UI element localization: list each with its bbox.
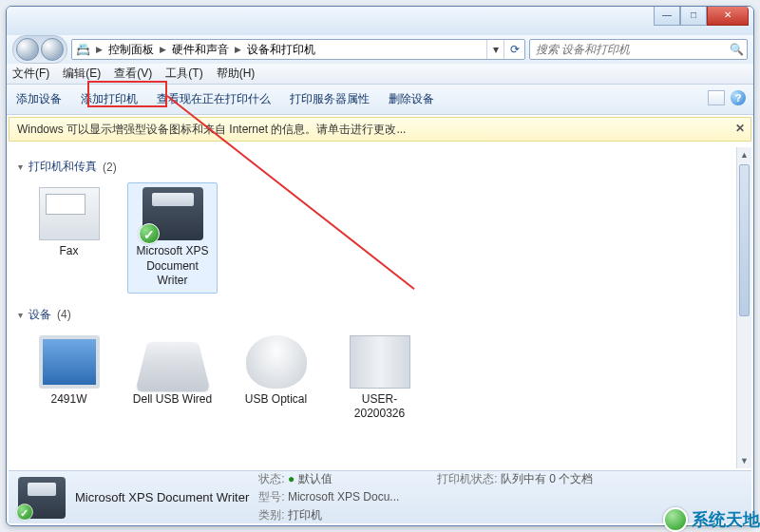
device-label: USB Optical [234, 392, 318, 408]
titlebar: — □ ✕ [7, 7, 753, 35]
scrollbar[interactable]: ▲ ▼ [736, 147, 751, 468]
maximize-button[interactable]: □ [680, 7, 707, 26]
keyboard-icon [135, 342, 211, 392]
group-printers-header[interactable]: ▾ 打印机和传真 (2) [18, 159, 742, 175]
view-mode-button[interactable] [708, 90, 725, 105]
group-count: (4) [57, 308, 71, 321]
toolbar-remove-device[interactable]: 删除设备 [389, 91, 434, 107]
notification-bar[interactable]: Windows 可以显示增强型设备图标和来自 Internet 的信息。请单击进… [9, 117, 751, 142]
details-col-2: 打印机状态: 队列中有 0 个文档 [437, 471, 593, 523]
printer-status-label: 打印机状态: [437, 472, 497, 485]
back-button[interactable] [16, 38, 39, 61]
forward-button[interactable] [41, 38, 64, 61]
device-label: Dell USB Wired [130, 392, 215, 408]
printer-status-value: 队列中有 0 个文档 [501, 472, 593, 485]
toolbar-view-queue[interactable]: 查看现在正在打印什么 [157, 91, 271, 107]
nav-row: 📇 ▶ 控制面板 ▶ 硬件和声音 ▶ 设备和打印机 ▾ ⟳ 🔍 [7, 35, 753, 64]
search-input[interactable] [530, 43, 726, 56]
notification-text: Windows 可以显示增强型设备图标和来自 Internet 的信息。请单击进… [17, 122, 406, 138]
default-check-icon: ✓ [16, 504, 33, 521]
breadcrumb-item[interactable]: 控制面板 [104, 40, 158, 59]
chevron-right-icon: ▶ [233, 45, 243, 54]
category-label: 类别: [258, 508, 284, 522]
watermark-text: 系统天地 [692, 508, 760, 531]
device-computer[interactable]: USER-20200326 [334, 331, 425, 427]
group-devices-header[interactable]: ▾ 设备 (4) [18, 307, 742, 323]
breadcrumb-icon[interactable]: 📇 [72, 40, 94, 59]
watermark: 系统天地 [663, 507, 760, 532]
notification-close-icon[interactable]: ✕ [735, 122, 745, 135]
fax-icon [39, 187, 100, 240]
search-icon[interactable]: 🔍 [726, 43, 747, 56]
computer-icon [350, 335, 410, 389]
details-col-1: 状态: ● 默认值 型号: Microsoft XPS Docu... 类别: … [258, 471, 399, 523]
details-printer-icon: ✓ [18, 477, 66, 519]
close-button[interactable]: ✕ [707, 7, 749, 26]
menu-file[interactable]: 文件(F) [12, 66, 49, 82]
breadcrumb-item[interactable]: 硬件和声音 [168, 40, 233, 59]
group-title: 打印机和传真 [28, 159, 97, 175]
device-monitor[interactable]: 2491W [24, 331, 114, 427]
details-name-col: Microsoft XPS Document Writer [75, 490, 249, 504]
chevron-right-icon: ▶ [158, 45, 168, 54]
printer-icon: ✓ [142, 187, 203, 240]
device-xps-writer[interactable]: ✓ Microsoft XPS Document Writer [127, 182, 218, 294]
collapse-icon: ▾ [18, 162, 23, 172]
toolbar-add-printer[interactable]: 添加打印机 [81, 91, 138, 107]
group-count: (2) [103, 161, 117, 174]
search-box[interactable]: 🔍 [529, 39, 748, 60]
device-label: Fax [27, 244, 111, 259]
mouse-icon [246, 335, 307, 389]
toolbar-right: ? [708, 90, 746, 105]
category-value: 打印机 [288, 508, 322, 522]
device-label: 2491W [27, 392, 111, 408]
details-pane: ✓ Microsoft XPS Document Writer 状态: ● 默认… [9, 470, 751, 523]
scroll-thumb[interactable] [739, 164, 750, 316]
window-controls: — □ ✕ [654, 7, 749, 26]
menu-view[interactable]: 查看(V) [114, 66, 152, 82]
content-area: ▾ 打印机和传真 (2) Fax ✓ Microsoft XPS Documen… [9, 147, 751, 468]
default-check-icon: ✓ [139, 223, 160, 244]
help-icon[interactable]: ? [731, 90, 746, 105]
address-bar[interactable]: 📇 ▶ 控制面板 ▶ 硬件和声音 ▶ 设备和打印机 ▾ ⟳ [71, 39, 525, 60]
scroll-up-icon[interactable]: ▲ [737, 147, 751, 162]
details-name: Microsoft XPS Document Writer [75, 490, 249, 504]
toolbar-add-device[interactable]: 添加设备 [16, 91, 62, 107]
refresh-button[interactable]: ⟳ [504, 40, 524, 59]
device-mouse[interactable]: USB Optical [231, 331, 321, 427]
printers-grid: Fax ✓ Microsoft XPS Document Writer [18, 179, 742, 297]
menu-tools[interactable]: 工具(T) [165, 66, 202, 82]
window: — □ ✕ 📇 ▶ 控制面板 ▶ 硬件和声音 ▶ 设备和打印机 ▾ ⟳ 🔍 文件… [6, 6, 754, 526]
device-label: USER-20200326 [337, 392, 422, 422]
monitor-icon [39, 335, 100, 389]
toolbar-server-props[interactable]: 打印服务器属性 [290, 91, 370, 107]
status-label: 状态: [258, 472, 284, 485]
model-value: Microsoft XPS Docu... [288, 490, 399, 504]
device-keyboard[interactable]: Dell USB Wired [127, 331, 218, 427]
collapse-icon: ▾ [18, 310, 23, 320]
device-label: Microsoft XPS Document Writer [130, 244, 215, 289]
chevron-right-icon: ▶ [94, 45, 104, 54]
scroll-down-icon[interactable]: ▼ [737, 453, 751, 468]
menubar: 文件(F) 编辑(E) 查看(V) 工具(T) 帮助(H) [7, 64, 753, 85]
toolbar: 添加设备 添加打印机 查看现在正在打印什么 打印服务器属性 删除设备 ? [7, 85, 753, 115]
status-value: 默认值 [298, 472, 332, 485]
menu-help[interactable]: 帮助(H) [217, 66, 256, 82]
menu-edit[interactable]: 编辑(E) [63, 66, 101, 82]
devices-grid: 2491W Dell USB Wired USB Optical USER-20… [18, 327, 742, 430]
watermark-icon [663, 507, 688, 532]
device-fax[interactable]: Fax [24, 182, 114, 294]
nav-buttons [12, 35, 67, 64]
minimize-button[interactable]: — [654, 7, 680, 26]
address-dropdown[interactable]: ▾ [486, 40, 504, 59]
breadcrumb-item[interactable]: 设备和打印机 [243, 40, 319, 59]
group-title: 设备 [28, 307, 51, 323]
model-label: 型号: [258, 490, 284, 504]
